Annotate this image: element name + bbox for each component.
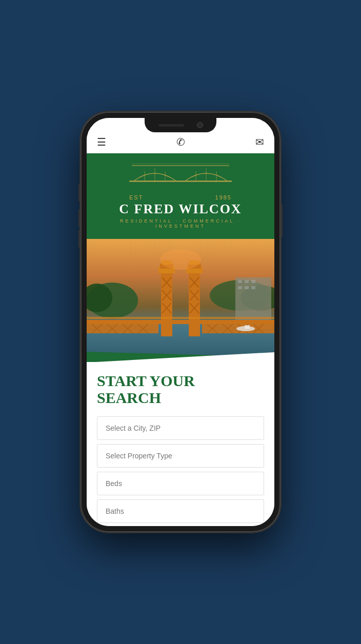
phone-icon[interactable]: ✆ <box>176 136 185 148</box>
svg-rect-43 <box>87 317 274 319</box>
svg-rect-17 <box>245 280 249 283</box>
svg-rect-0 <box>129 180 232 182</box>
company-name: C FRED WILCOX <box>119 202 242 217</box>
svg-rect-19 <box>238 286 242 289</box>
notch <box>145 118 216 132</box>
city-zip-input[interactable] <box>97 416 264 440</box>
beds-input[interactable] <box>97 472 264 495</box>
svg-rect-42 <box>87 320 274 324</box>
bridge-logo-icon <box>129 161 232 192</box>
svg-rect-7 <box>132 165 229 166</box>
screen-content: ☰ ✆ ✉ <box>87 118 274 526</box>
svg-rect-16 <box>238 280 242 283</box>
notch-speaker <box>158 124 184 127</box>
logo-container: EST 1985 C FRED WILCOX RESIDENTIAL · COM… <box>97 161 264 229</box>
svg-rect-63 <box>245 325 250 329</box>
header-est-row: EST 1985 <box>129 194 232 200</box>
baths-input[interactable] <box>97 499 264 523</box>
svg-rect-21 <box>251 286 255 289</box>
search-section: START YOUR SEARCH <box>87 362 274 526</box>
company-tagline: RESIDENTIAL · COMMERCIAL · INVESTMENT <box>97 218 264 229</box>
est-label: EST <box>129 194 143 200</box>
search-title: START YOUR SEARCH <box>97 372 264 406</box>
property-type-input[interactable] <box>97 444 264 468</box>
email-icon[interactable]: ✉ <box>255 136 264 148</box>
svg-rect-18 <box>251 280 255 283</box>
svg-rect-20 <box>245 286 249 289</box>
hero-image <box>87 239 274 362</box>
svg-point-64 <box>160 249 201 270</box>
hero-bridge-svg <box>87 239 274 362</box>
menu-icon[interactable]: ☰ <box>97 136 106 148</box>
phone-screen: ☰ ✆ ✉ <box>87 118 274 526</box>
est-year: 1985 <box>215 194 232 200</box>
header: EST 1985 C FRED WILCOX RESIDENTIAL · COM… <box>87 153 274 239</box>
notch-camera <box>197 122 203 128</box>
phone-frame: ☰ ✆ ✉ <box>81 112 280 532</box>
svg-rect-8 <box>132 164 229 164</box>
